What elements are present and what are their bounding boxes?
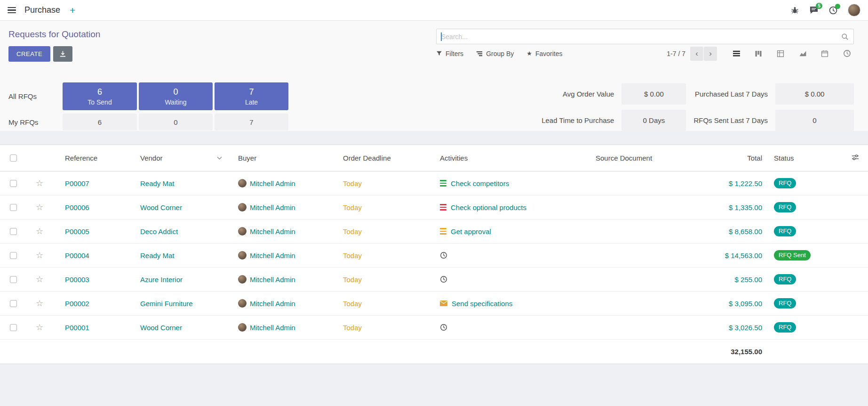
my-to-send-cell[interactable]: 6 <box>63 114 137 130</box>
reference-link[interactable]: P00001 <box>65 324 89 332</box>
reference-link[interactable]: P00003 <box>65 276 89 284</box>
plus-icon[interactable]: + <box>69 5 76 15</box>
favorite-star-icon[interactable]: ☆ <box>36 299 43 308</box>
list-view-button[interactable] <box>729 47 743 61</box>
debug-bug-icon[interactable] <box>790 6 799 15</box>
table-row[interactable]: ☆ P00006 Wood Corner Mitchell Admin Toda… <box>0 195 868 219</box>
header-source-document[interactable]: Source Document <box>596 145 701 171</box>
messages-icon[interactable]: 5 <box>809 6 819 15</box>
header-status[interactable]: Status <box>774 145 842 171</box>
reference-link[interactable]: P00004 <box>65 252 89 260</box>
activity-view-button[interactable] <box>840 47 854 61</box>
funnel-icon <box>436 50 442 57</box>
reference-link[interactable]: P00007 <box>65 179 89 187</box>
user-avatar[interactable] <box>848 4 860 16</box>
table-row[interactable]: ☆ P00003 Azure Interior Mitchell Admin T… <box>0 268 868 292</box>
table-row[interactable]: ☆ P00007 Ready Mat Mitchell Admin Today … <box>0 171 868 195</box>
buyer-link[interactable]: Mitchell Admin <box>250 227 295 235</box>
row-checkbox[interactable] <box>10 180 17 187</box>
reference-link[interactable]: P00002 <box>65 300 89 308</box>
schedule-activity-clock-icon[interactable] <box>440 276 447 283</box>
row-checkbox[interactable] <box>10 276 17 283</box>
row-checkbox[interactable] <box>10 228 17 235</box>
favorite-star-icon[interactable]: ☆ <box>36 203 43 211</box>
header-buyer[interactable]: Buyer <box>238 145 343 171</box>
vendor-link[interactable]: Gemini Furniture <box>140 300 193 308</box>
app-name-menu[interactable]: Purchase <box>24 5 60 15</box>
activity-widget[interactable]: Get approval <box>440 227 491 235</box>
row-checkbox[interactable] <box>10 300 17 307</box>
my-waiting-cell[interactable]: 0 <box>139 114 213 130</box>
search-input[interactable] <box>441 33 841 41</box>
vendor-link[interactable]: Wood Corner <box>140 324 182 332</box>
export-button[interactable] <box>53 46 72 62</box>
chevron-down-icon[interactable] <box>217 156 222 160</box>
rfqs-sent-last-7-days: 0 <box>775 110 854 131</box>
header-order-deadline[interactable]: Order Deadline <box>343 145 440 171</box>
favorite-star-icon[interactable]: ☆ <box>36 275 43 284</box>
calendar-view-button[interactable] <box>818 47 832 61</box>
table-row[interactable]: ☆ P00004 Ready Mat Mitchell Admin Today … <box>0 244 868 268</box>
kpi-card-waiting[interactable]: 0 Waiting <box>139 82 213 110</box>
header-total[interactable]: Total <box>701 145 774 171</box>
order-deadline: Today <box>343 324 362 332</box>
activity-label[interactable]: Send specifications <box>452 300 512 308</box>
header-activities[interactable]: Activities <box>440 145 596 171</box>
buyer-link[interactable]: Mitchell Admin <box>250 252 295 260</box>
row-checkbox[interactable] <box>10 252 17 259</box>
buyer-link[interactable]: Mitchell Admin <box>250 276 295 284</box>
activity-label[interactable]: Get approval <box>451 227 491 235</box>
schedule-activity-clock-icon[interactable] <box>440 324 447 331</box>
header-reference[interactable]: Reference <box>53 145 140 171</box>
activity-label[interactable]: Check competitors <box>451 179 509 187</box>
buyer-link[interactable]: Mitchell Admin <box>250 203 295 211</box>
reference-link[interactable]: P00005 <box>65 227 89 235</box>
row-checkbox[interactable] <box>10 204 17 211</box>
vendor-link[interactable]: Wood Corner <box>140 203 182 211</box>
header-vendor[interactable]: Vendor <box>140 145 238 171</box>
schedule-activity-clock-icon[interactable] <box>440 252 447 259</box>
favorites-button[interactable]: ★ Favorites <box>526 50 562 57</box>
kpi-card-late[interactable]: 7 Late <box>215 82 288 110</box>
pivot-view-button[interactable] <box>773 47 788 61</box>
optional-columns-icon[interactable] <box>852 154 859 162</box>
pager-previous-button[interactable]: ‹ <box>690 47 703 61</box>
vendor-link[interactable]: Ready Mat <box>140 179 175 187</box>
row-checkbox[interactable] <box>10 324 17 331</box>
my-rfqs-label: My RFQs <box>8 114 61 130</box>
favorite-star-icon[interactable]: ☆ <box>36 179 43 187</box>
status-badge: RFQ <box>774 322 796 333</box>
table-row[interactable]: ☆ P00005 Deco Addict Mitchell Admin Toda… <box>0 219 868 244</box>
search-icon[interactable] <box>841 33 849 41</box>
table-row[interactable]: ☆ P00002 Gemini Furniture Mitchell Admin… <box>0 292 868 316</box>
group-by-button[interactable]: Group By <box>476 50 514 57</box>
calendar-view-icon <box>821 50 828 57</box>
kanban-view-button[interactable] <box>751 47 765 61</box>
buyer-link[interactable]: Mitchell Admin <box>250 179 295 187</box>
activity-widget[interactable]: Send specifications <box>440 300 512 308</box>
reference-link[interactable]: P00006 <box>65 203 89 211</box>
filters-button[interactable]: Filters <box>436 50 463 57</box>
select-all-checkbox[interactable] <box>10 154 17 162</box>
favorite-star-icon[interactable]: ☆ <box>36 227 43 235</box>
activities-clock-icon[interactable] <box>828 6 838 15</box>
vendor-link[interactable]: Azure Interior <box>140 276 183 284</box>
kpi-card-to-send[interactable]: 6 To Send <box>63 82 137 110</box>
pager-next-button[interactable]: › <box>704 47 717 61</box>
status-badge: RFQ <box>774 178 796 188</box>
table-row[interactable]: ☆ P00001 Wood Corner Mitchell Admin Toda… <box>0 316 868 340</box>
activity-label[interactable]: Check optional products <box>451 203 526 211</box>
buyer-link[interactable]: Mitchell Admin <box>250 324 295 332</box>
graph-view-button[interactable] <box>796 47 810 61</box>
my-late-cell[interactable]: 7 <box>215 114 288 130</box>
favorite-star-icon[interactable]: ☆ <box>36 323 43 332</box>
hamburger-menu-icon[interactable] <box>8 7 16 13</box>
favorite-star-icon[interactable]: ☆ <box>36 251 43 260</box>
create-button[interactable]: CREATE <box>8 46 50 62</box>
buyer-link[interactable]: Mitchell Admin <box>250 300 295 308</box>
activity-widget[interactable]: Check competitors <box>440 179 509 187</box>
table-footer-row: 32,155.00 <box>0 340 868 364</box>
vendor-link[interactable]: Ready Mat <box>140 252 175 260</box>
activity-widget[interactable]: Check optional products <box>440 203 526 211</box>
vendor-link[interactable]: Deco Addict <box>140 227 178 235</box>
